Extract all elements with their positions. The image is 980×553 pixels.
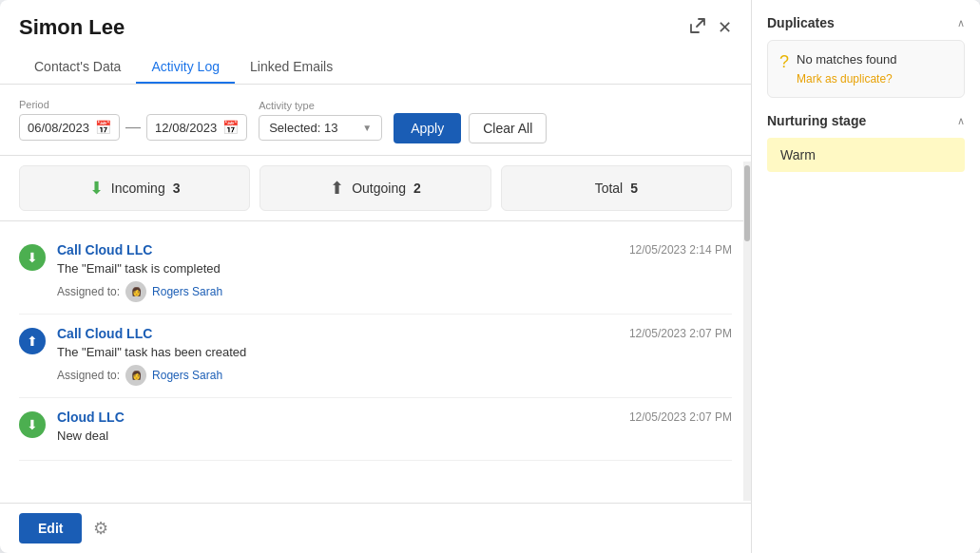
list-item: ⬆ Call Cloud LLC 12/05/2023 2:07 PM The … <box>19 315 732 398</box>
assigned-name[interactable]: Rogers Sarah <box>152 369 222 382</box>
activity-outgoing-icon: ⬆ <box>19 328 46 354</box>
tab-contacts-data[interactable]: Contact's Data <box>19 51 136 84</box>
question-icon: ? <box>779 52 789 72</box>
contact-name: Simon Lee <box>19 15 125 40</box>
activity-timestamp: 12/05/2023 2:07 PM <box>629 327 732 340</box>
date-to-value: 12/08/2023 <box>155 121 217 135</box>
clear-all-button[interactable]: Clear All <box>469 113 547 143</box>
duplicates-collapse-icon[interactable]: ∧ <box>957 17 965 29</box>
tab-activity-log[interactable]: Activity Log <box>136 51 235 84</box>
calendar-to-icon: 📅 <box>222 120 239 135</box>
outgoing-count: 2 <box>413 181 421 196</box>
list-item: ⬇ Call Cloud LLC 12/05/2023 2:14 PM The … <box>19 231 732 315</box>
activity-description: The "Email" task is completed <box>57 261 732 276</box>
outgoing-label: Outgoing <box>352 181 406 196</box>
duplicates-title: Duplicates <box>767 15 835 30</box>
nurturing-section: Nurturing stage ∧ Warm <box>767 113 965 172</box>
activity-company-link[interactable]: Cloud LLC <box>57 410 125 425</box>
activity-type-select[interactable]: Selected: 13 ▼ <box>259 115 382 141</box>
date-from-value: 06/08/2023 <box>28 121 89 135</box>
right-panel: Duplicates ∧ ? No matches found Mark as … <box>752 0 980 553</box>
activity-timestamp: 12/05/2023 2:07 PM <box>629 410 732 424</box>
edit-button[interactable]: Edit <box>19 513 82 543</box>
chevron-down-icon: ▼ <box>362 123 372 133</box>
assigned-label: Assigned to: <box>57 285 120 298</box>
no-matches-text: No matches found <box>797 52 897 67</box>
outgoing-icon: ⬆ <box>330 178 344 199</box>
date-dash: — <box>125 119 141 136</box>
incoming-stat[interactable]: ⬇ Incoming 3 <box>19 165 250 211</box>
tabs: Contact's Data Activity Log Linked Email… <box>19 51 732 84</box>
total-count: 5 <box>630 181 638 196</box>
duplicates-section: Duplicates ∧ ? No matches found Mark as … <box>767 15 965 98</box>
activity-timestamp: 12/05/2023 2:14 PM <box>629 243 732 257</box>
activity-company-link[interactable]: Call Cloud LLC <box>57 242 152 257</box>
tab-linked-emails[interactable]: Linked Emails <box>235 51 348 84</box>
activity-type-label: Activity type <box>259 100 382 111</box>
incoming-icon: ⬇ <box>89 178 104 199</box>
expand-icon[interactable] <box>689 17 706 39</box>
activity-list: ⬇ Call Cloud LLC 12/05/2023 2:14 PM The … <box>0 221 751 503</box>
activity-company-link[interactable]: Call Cloud LLC <box>57 326 152 341</box>
total-label: Total <box>595 181 624 196</box>
incoming-count: 3 <box>173 181 181 196</box>
nurturing-title: Nurturing stage <box>767 113 866 128</box>
activity-description: The "Email" task has been created <box>57 345 732 359</box>
activity-incoming-icon: ⬇ <box>19 411 46 438</box>
nurturing-value: Warm <box>767 138 965 172</box>
nurturing-collapse-icon[interactable]: ∧ <box>957 115 965 127</box>
assigned-label: Assigned to: <box>57 369 120 382</box>
scrollbar[interactable] <box>743 162 751 501</box>
date-from-input[interactable]: 06/08/2023 📅 <box>19 114 120 141</box>
list-item: ⬇ Cloud LLC 12/05/2023 2:07 PM New deal <box>19 398 732 461</box>
outgoing-stat[interactable]: ⬆ Outgoing 2 <box>259 165 490 211</box>
incoming-label: Incoming <box>111 181 165 196</box>
total-stat[interactable]: Total 5 <box>501 165 732 211</box>
calendar-from-icon: 📅 <box>95 120 111 135</box>
assigned-name[interactable]: Rogers Sarah <box>152 285 222 298</box>
activity-type-value: Selected: 13 <box>269 121 337 135</box>
avatar: 👩 <box>125 281 146 302</box>
avatar: 👩 <box>125 365 146 386</box>
apply-button[interactable]: Apply <box>394 113 461 143</box>
filter-bar: Period 06/08/2023 📅 — 12/08/2023 📅 Activ… <box>0 85 751 156</box>
date-to-input[interactable]: 12/08/2023 📅 <box>146 114 247 141</box>
activity-incoming-icon: ⬇ <box>19 244 46 271</box>
activity-description: New deal <box>57 429 732 443</box>
settings-icon[interactable]: ⚙ <box>93 518 108 539</box>
period-label: Period <box>19 99 247 110</box>
close-icon[interactable]: ✕ <box>718 17 732 38</box>
footer: Edit ⚙ <box>0 503 751 553</box>
no-matches-box: ? No matches found Mark as duplicate? <box>767 40 965 98</box>
stats-bar: ⬇ Incoming 3 ⬆ Outgoing 2 Total 5 <box>0 156 751 221</box>
mark-duplicate-link[interactable]: Mark as duplicate? <box>797 72 893 86</box>
